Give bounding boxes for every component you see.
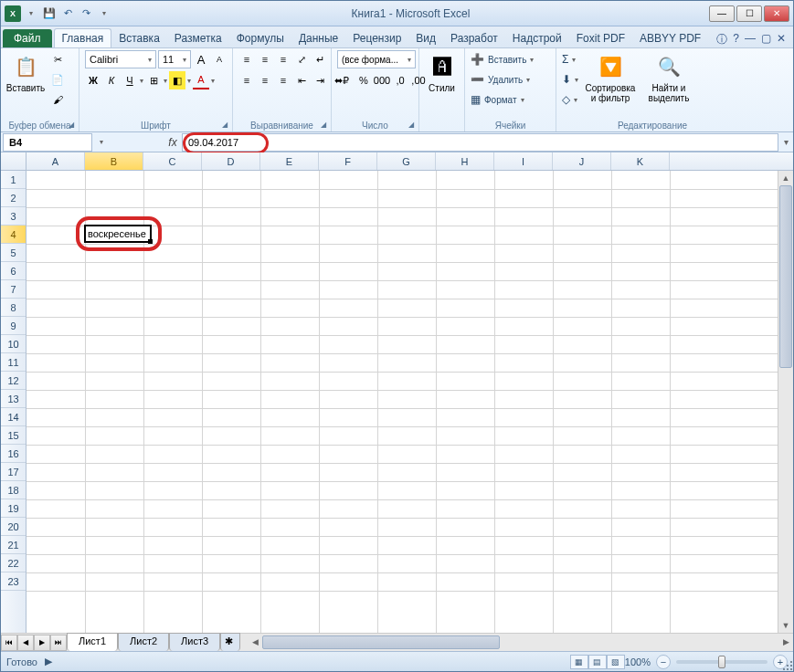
tab-insert[interactable]: Вставка: [111, 29, 167, 47]
row-header[interactable]: 7: [1, 280, 26, 299]
tab-developer[interactable]: Разработ: [443, 29, 505, 47]
zoom-slider-thumb[interactable]: [718, 656, 725, 668]
close-button[interactable]: ✕: [764, 5, 789, 22]
font-launcher-icon[interactable]: ◢: [219, 119, 230, 130]
tab-formulas[interactable]: Формулы: [229, 29, 291, 47]
vscroll-thumb[interactable]: [779, 185, 792, 368]
col-header-g[interactable]: G: [377, 152, 436, 170]
underline-button[interactable]: Ч: [122, 71, 138, 89]
sheet-tab[interactable]: Лист2: [118, 633, 169, 651]
shrink-font-button[interactable]: A: [211, 50, 228, 68]
col-header-d[interactable]: D: [202, 152, 260, 170]
col-header-e[interactable]: E: [260, 152, 319, 170]
grow-font-button[interactable]: A: [193, 50, 209, 68]
col-header-b[interactable]: B: [85, 152, 143, 170]
page-layout-view-button[interactable]: ▤: [588, 655, 607, 669]
cells-area[interactable]: воскресенье: [26, 171, 793, 633]
scroll-left-icon[interactable]: ◀: [248, 634, 262, 651]
sheet-tab[interactable]: Лист1: [67, 633, 118, 651]
styles-button[interactable]: 🅰 Стили: [425, 50, 459, 95]
active-cell[interactable]: воскресенье: [84, 225, 152, 243]
row-header[interactable]: 9: [1, 317, 26, 335]
name-box-dropdown-icon[interactable]: ▾: [94, 138, 109, 146]
decrease-indent-button[interactable]: ⇤: [293, 71, 310, 89]
row-header[interactable]: 19: [1, 499, 26, 518]
comma-button[interactable]: 000: [374, 71, 390, 89]
row-header[interactable]: 1: [1, 171, 26, 189]
sort-filter-button[interactable]: 🔽 Сортировка и фильтр: [582, 50, 639, 105]
insert-cells-button[interactable]: ➕Вставить▾: [471, 50, 534, 68]
formula-bar-expand-icon[interactable]: ▾: [778, 137, 793, 147]
font-size-combo[interactable]: 11▾: [158, 50, 191, 68]
font-color-dropdown-icon[interactable]: ▾: [211, 77, 215, 85]
fill-button[interactable]: ⬇▾: [562, 70, 578, 89]
tab-abbyy[interactable]: ABBYY PDF: [632, 29, 708, 47]
doc-minimize-icon[interactable]: —: [745, 32, 756, 47]
zoom-out-button[interactable]: −: [656, 655, 671, 669]
tab-data[interactable]: Данные: [291, 29, 345, 47]
border-button[interactable]: ⊞: [145, 71, 162, 89]
align-left-button[interactable]: ≡: [238, 71, 255, 89]
row-header[interactable]: 10: [1, 335, 26, 353]
undo-icon[interactable]: ↶: [59, 5, 76, 22]
scroll-down-icon[interactable]: ▼: [778, 618, 793, 633]
maximize-button[interactable]: ☐: [736, 5, 762, 22]
align-center-button[interactable]: ≡: [257, 71, 273, 89]
row-header[interactable]: 18: [1, 481, 26, 499]
row-header[interactable]: 15: [1, 426, 26, 445]
fill-dropdown-icon[interactable]: ▾: [187, 77, 191, 85]
fx-icon[interactable]: fx: [164, 136, 182, 149]
doc-close-icon[interactable]: ✕: [777, 32, 786, 47]
row-header[interactable]: 21: [1, 536, 26, 554]
increase-indent-button[interactable]: ⇥: [312, 71, 328, 89]
file-tab[interactable]: Файл: [3, 29, 52, 47]
wrap-text-button[interactable]: ↵: [312, 50, 328, 68]
col-header-i[interactable]: I: [494, 152, 553, 170]
tab-layout[interactable]: Разметка: [167, 29, 229, 47]
tab-review[interactable]: Рецензир: [345, 29, 408, 47]
row-header[interactable]: 14: [1, 408, 26, 426]
copy-button[interactable]: 📄: [48, 70, 67, 89]
minimize-button[interactable]: —: [709, 5, 735, 22]
orientation-button[interactable]: ⤢: [293, 50, 310, 68]
hscroll-thumb[interactable]: [262, 635, 500, 649]
redo-icon[interactable]: ↷: [78, 5, 94, 22]
currency-button[interactable]: ₽: [337, 71, 354, 89]
tab-foxit[interactable]: Foxit PDF: [569, 29, 632, 47]
row-header[interactable]: 6: [1, 262, 26, 280]
col-header-k[interactable]: K: [611, 152, 670, 170]
normal-view-button[interactable]: ▦: [570, 655, 588, 669]
align-bottom-button[interactable]: ≡: [275, 50, 291, 68]
number-launcher-icon[interactable]: ◢: [406, 119, 417, 130]
tab-home[interactable]: Главная: [54, 28, 112, 47]
format-cells-button[interactable]: ▦Формат▾: [471, 90, 524, 109]
alignment-launcher-icon[interactable]: ◢: [318, 119, 329, 130]
cut-button[interactable]: ✂: [48, 50, 67, 68]
row-header[interactable]: 23: [1, 572, 26, 591]
row-header[interactable]: 16: [1, 445, 26, 463]
row-header[interactable]: 13: [1, 390, 26, 408]
col-header-a[interactable]: A: [26, 152, 85, 170]
row-header[interactable]: 22: [1, 554, 26, 572]
qat-dropdown-icon[interactable]: ▾: [23, 5, 39, 22]
tab-addins[interactable]: Надстрой: [505, 29, 569, 47]
find-select-button[interactable]: 🔍 Найти и выделить: [642, 50, 695, 105]
col-header-c[interactable]: C: [143, 152, 202, 170]
tab-view[interactable]: Вид: [408, 29, 443, 47]
row-header[interactable]: 17: [1, 463, 26, 481]
row-header[interactable]: 12: [1, 372, 26, 390]
autosum-button[interactable]: Σ▾: [562, 50, 578, 68]
vertical-scrollbar[interactable]: ▲ ▼: [778, 171, 793, 633]
sheet-nav-first[interactable]: ⏮: [1, 635, 17, 651]
name-box[interactable]: B4: [3, 133, 92, 152]
scroll-up-icon[interactable]: ▲: [778, 171, 793, 185]
clipboard-launcher-icon[interactable]: ◢: [66, 119, 77, 130]
sheet-nav-last[interactable]: ⏭: [50, 635, 67, 651]
align-top-button[interactable]: ≡: [238, 50, 255, 68]
align-middle-button[interactable]: ≡: [257, 50, 273, 68]
select-all-corner[interactable]: [1, 152, 26, 170]
sheet-nav-next[interactable]: ▶: [34, 635, 50, 651]
row-header[interactable]: 20: [1, 518, 26, 536]
page-break-view-button[interactable]: ▧: [607, 655, 625, 669]
formula-input[interactable]: 09.04.2017: [182, 133, 778, 152]
